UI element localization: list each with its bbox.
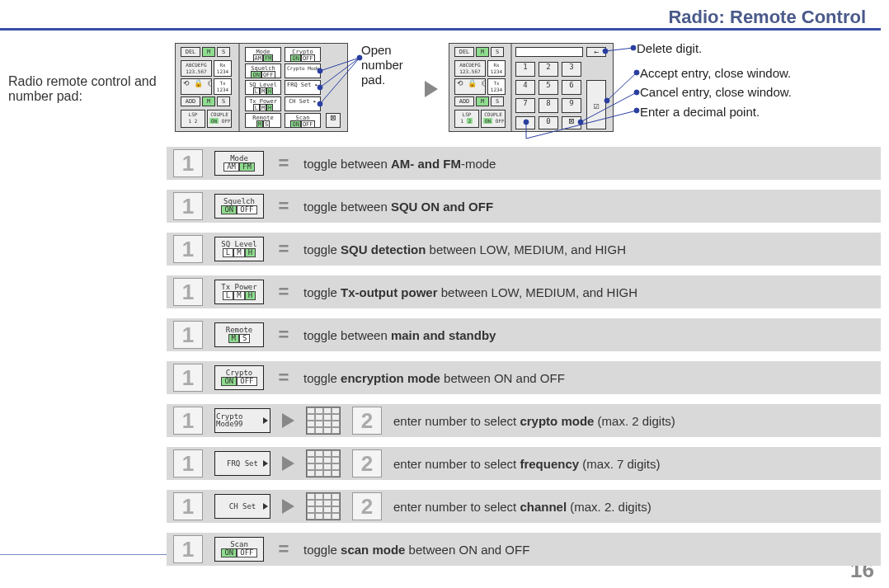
- legend-row: 1SQ LevelLMH=toggle SQU detection betwee…: [167, 233, 881, 266]
- chset-btn[interactable]: CH Set ▸: [285, 96, 321, 111]
- callout-cancel-entry: Cancel entry, close window.: [640, 85, 792, 99]
- key-2[interactable]: 2: [539, 62, 558, 77]
- panel-button[interactable]: Crypto Mode99: [214, 408, 270, 433]
- frqset-btn[interactable]: FRQ Set ▸: [285, 80, 321, 95]
- backspace-button[interactable]: ←: [586, 47, 606, 57]
- panel-button[interactable]: ScanONOFF: [214, 537, 264, 562]
- panel-button[interactable]: CH Set: [214, 494, 270, 519]
- legend-description: enter number to select crypto mode (max.…: [393, 414, 874, 428]
- callout-accept-entry: Accept entry, close window.: [640, 66, 791, 80]
- equals-icon: =: [275, 153, 292, 174]
- equals-icon: =: [275, 367, 292, 388]
- arrow-right-icon: [282, 456, 294, 471]
- m-button-r[interactable]: M: [476, 47, 489, 57]
- divider-r: [510, 44, 512, 131]
- legend-row: 1RemoteMS=toggle between main and standb…: [167, 318, 881, 351]
- legend-row: 1CryptoONOFF=toggle encryption mode betw…: [167, 361, 881, 394]
- add-button[interactable]: ADD: [181, 96, 200, 106]
- accept-button[interactable]: ☑: [586, 80, 606, 129]
- s-button-r[interactable]: S: [491, 47, 504, 57]
- key-7[interactable]: 7: [515, 98, 535, 113]
- step-number: 1: [173, 449, 203, 477]
- cancel-button[interactable]: ⊠: [562, 116, 581, 129]
- step-number: 1: [173, 149, 203, 177]
- diagram-caption: Radio remote control and number pad:: [8, 74, 165, 104]
- key-dot[interactable]: .: [515, 116, 535, 129]
- tx-field-r[interactable]: Tx1234: [487, 78, 506, 95]
- channel-name: ABCDEFG123.567: [181, 60, 212, 77]
- del-button[interactable]: DEL: [181, 47, 200, 57]
- close-btn[interactable]: ⊠: [326, 113, 341, 128]
- panel-button[interactable]: SquelchONOFF: [214, 194, 264, 219]
- svg-point-15: [634, 90, 639, 95]
- svg-point-12: [634, 70, 639, 75]
- lsp-toggle-r[interactable]: LSP1 2: [454, 110, 479, 128]
- rx-field[interactable]: Rx1234: [214, 60, 232, 77]
- s-button[interactable]: S: [217, 47, 230, 57]
- m-button[interactable]: M: [202, 47, 215, 57]
- callout-delete-digit: Delete digit.: [637, 41, 702, 55]
- step-number: 1: [173, 235, 203, 263]
- key-4[interactable]: 4: [515, 80, 535, 95]
- panel-button[interactable]: Tx PowerLMH: [214, 280, 264, 304]
- legend-row: 1Tx PowerLMH=toggle Tx-output power betw…: [167, 275, 881, 308]
- rx-field-r[interactable]: Rx1234: [487, 60, 506, 77]
- couple-toggle-r[interactable]: COUPLEON OFF: [481, 110, 506, 128]
- cryptomode-btn[interactable]: Crypto Mode99 ▸: [285, 64, 321, 78]
- equals-icon: =: [275, 539, 292, 560]
- key-8[interactable]: 8: [539, 98, 558, 113]
- page-title: Radio: Remote Control: [668, 7, 866, 28]
- remote-btn[interactable]: RemoteMS: [245, 113, 281, 128]
- step-number: 1: [173, 407, 203, 435]
- tx-field[interactable]: Tx1234: [214, 78, 232, 95]
- panel-button[interactable]: CryptoONOFF: [214, 365, 264, 390]
- panel-button[interactable]: FRQ Set: [214, 451, 270, 476]
- del-button-r[interactable]: DEL: [454, 47, 474, 57]
- key-6[interactable]: 6: [562, 80, 581, 95]
- numpad-icon: [306, 449, 341, 477]
- step-number: 1: [173, 278, 203, 306]
- radio-panel-left: DEL M S ABCDEFG123.567 Rx1234 ⟲ 🔒 ⌬ Tx12…: [175, 43, 348, 132]
- mode-btn[interactable]: ModeAMFM: [245, 47, 281, 62]
- channel-name-r: ABCDEFG123.567: [454, 60, 486, 77]
- legend-description: toggle Tx-output power between LOW, MEDI…: [303, 285, 874, 299]
- step-number-2: 2: [352, 407, 382, 435]
- legend-description: enter number to select frequency (max. 7…: [393, 457, 874, 471]
- scan-btn[interactable]: ScanONOFF: [285, 113, 321, 128]
- key-0[interactable]: 0: [539, 116, 558, 129]
- txpower-btn[interactable]: Tx PowerLMH: [245, 96, 281, 111]
- add-button-r[interactable]: ADD: [454, 96, 474, 106]
- status-icons-r: ⟲ 🔒 ⌬: [454, 78, 486, 95]
- callout-open-number-pad: Open number pad.: [361, 43, 419, 87]
- m2-button-r[interactable]: M: [476, 96, 489, 106]
- status-icons: ⟲ 🔒 ⌬: [181, 78, 212, 95]
- panel-button[interactable]: SQ LevelLMH: [214, 237, 264, 261]
- s2-button-r[interactable]: S: [491, 96, 504, 106]
- s2-button[interactable]: S: [217, 96, 230, 106]
- numpad-icon: [306, 407, 341, 435]
- key-5[interactable]: 5: [539, 80, 558, 95]
- equals-icon: =: [275, 324, 292, 346]
- sqlevel-btn[interactable]: SQ LevelLMH: [245, 80, 281, 95]
- squelch-btn[interactable]: SquelchONOFF: [245, 64, 281, 78]
- key-3[interactable]: 3: [562, 62, 581, 77]
- crypto-btn[interactable]: CryptoONOFF: [285, 47, 321, 62]
- equals-icon: =: [275, 195, 292, 217]
- key-9[interactable]: 9: [562, 98, 581, 113]
- step-number: 1: [173, 492, 203, 520]
- legend-row: 1SquelchONOFF=toggle between SQU ON and …: [167, 190, 881, 223]
- key-1[interactable]: 1: [515, 62, 535, 77]
- step-number: 1: [173, 535, 203, 563]
- svg-point-9: [631, 45, 636, 50]
- legend-rows: 1ModeAMFM=toggle between AM- and FM-mode…: [167, 147, 881, 576]
- couple-toggle[interactable]: COUPLEON OFF: [207, 110, 232, 128]
- panel-button[interactable]: RemoteMS: [214, 322, 264, 347]
- legend-description: toggle between AM- and FM-mode: [303, 157, 874, 171]
- equals-icon: =: [275, 238, 292, 260]
- panel-button[interactable]: ModeAMFM: [214, 151, 264, 176]
- m2-button[interactable]: M: [202, 96, 215, 106]
- header-rule: [0, 28, 881, 31]
- legend-row: 1CH Set2enter number to select channel (…: [167, 490, 881, 523]
- lsp-toggle[interactable]: LSP1 2: [181, 110, 205, 128]
- numpad-display: [515, 47, 583, 57]
